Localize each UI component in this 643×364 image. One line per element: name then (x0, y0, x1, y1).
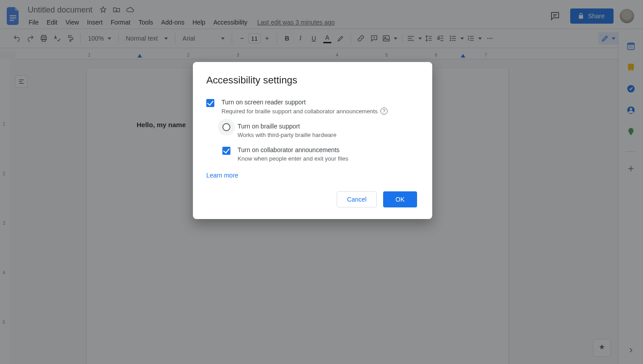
screen-reader-label: Turn on screen reader support (221, 99, 388, 106)
collab-label: Turn on collaborator announcements (238, 146, 348, 153)
help-icon[interactable]: ? (380, 108, 388, 115)
cancel-button[interactable]: Cancel (337, 191, 377, 207)
collab-option: Turn on collaborator announcements Know … (222, 146, 417, 162)
screen-reader-desc: Required for braille support and collabo… (221, 108, 378, 115)
dialog-title: Accessibility settings (206, 74, 417, 86)
collab-desc: Know when people enter and exit your fil… (238, 155, 348, 162)
screen-reader-option: Turn on screen reader support Required f… (206, 99, 417, 115)
collab-checkbox[interactable] (222, 147, 230, 155)
ok-button[interactable]: OK (383, 191, 417, 207)
braille-desc: Works with third-party braille hardware (238, 132, 337, 138)
braille-checkbox[interactable] (222, 123, 230, 131)
braille-option: Turn on braille support Works with third… (222, 123, 417, 138)
accessibility-settings-dialog: Accessibility settings Turn on screen re… (193, 62, 432, 219)
screen-reader-checkbox[interactable] (206, 99, 214, 107)
learn-more-link[interactable]: Learn more (206, 172, 238, 179)
braille-label: Turn on braille support (238, 123, 337, 130)
